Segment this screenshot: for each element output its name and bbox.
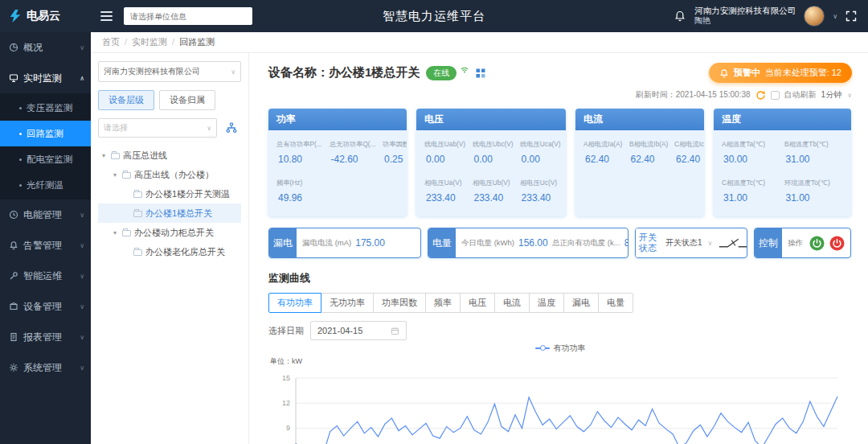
- tree-node-label: 高压总进线: [123, 150, 167, 162]
- sub-item-label: 回路监测: [27, 128, 63, 140]
- tree-search-select[interactable]: 请选择 ∨: [98, 118, 217, 138]
- sidebar-item-report-mgmt[interactable]: 报表管理 ∨: [0, 322, 91, 352]
- breadcrumb-current: 回路监测: [179, 36, 215, 48]
- unit-search[interactable]: [124, 7, 252, 25]
- metric: 频率(Hz)49.96: [276, 178, 326, 204]
- voltage-card: 电压 线电压Uab(V)0.00 线电压Ubc(V)0.00 线电压Uca(V)…: [416, 109, 566, 216]
- sidebar-item-system-mgmt[interactable]: 系统管理 ∨: [0, 352, 91, 383]
- avatar[interactable]: [804, 6, 825, 27]
- tree-node[interactable]: ▾ 办公楼1楼分开关测温: [98, 184, 241, 204]
- mini-card-title: 漏电: [269, 228, 297, 257]
- bell-icon: [8, 240, 18, 251]
- svg-text:15: 15: [282, 374, 290, 382]
- card-title: 温度: [714, 109, 851, 130]
- chevron-down-icon: ∨: [80, 212, 84, 219]
- tab-power-factor[interactable]: 功率因数: [373, 293, 426, 313]
- metric: 线电压Uab(V)0.00: [424, 139, 469, 165]
- chevron-down-icon: ∨: [207, 125, 211, 132]
- tree-expand-icon[interactable]: ▾: [100, 152, 108, 159]
- tab-device-hierarchy[interactable]: 设备层级: [98, 90, 154, 110]
- tree-node-label: 办公楼动力柜总开关: [134, 227, 214, 239]
- unit-search-input[interactable]: [130, 12, 246, 21]
- metric-cards: 功率 总有功功率P(...10.80 总无功功率Q(...-42.60 功率因数…: [268, 109, 852, 216]
- tab-device-ownership[interactable]: 设备归属: [159, 90, 215, 110]
- org-select[interactable]: 河南力安测控科技有限公司 ∨: [98, 61, 241, 82]
- alert-banner-button[interactable]: 预警中 当前未处理预警: 12: [709, 63, 852, 83]
- date-picker[interactable]: 2021-04-15: [310, 321, 407, 340]
- folder-icon: [133, 191, 142, 198]
- chevron-down-icon: ∨: [708, 240, 713, 247]
- metric: 环境温度To(℃)31.00: [784, 178, 844, 204]
- tree-expand-icon[interactable]: ▾: [111, 171, 119, 179]
- org-chart-icon[interactable]: [222, 118, 241, 138]
- logo[interactable]: 电易云: [0, 9, 91, 23]
- sidebar-item-energy-mgmt[interactable]: 电能管理 ∨: [0, 199, 91, 230]
- device-tree: ▾ 高压总进线 ▾ 高压出线（办公楼） ▾ 办公楼1楼分开关测温: [98, 146, 241, 261]
- tab-reactive-power[interactable]: 无功功率: [321, 293, 374, 313]
- tab-leakage[interactable]: 漏电: [563, 293, 599, 313]
- tree-search-placeholder: 请选择: [104, 122, 203, 134]
- open-switch-button[interactable]: [829, 236, 845, 251]
- sidebar-item-realtime[interactable]: 实时监测 ∧: [0, 63, 91, 93]
- logo-icon: [8, 9, 23, 23]
- breadcrumb-realtime[interactable]: 实时监测: [132, 36, 174, 48]
- chevron-down-icon: ∨: [80, 273, 84, 280]
- chart-legend[interactable]: 有功功率: [268, 342, 852, 355]
- tab-temperature[interactable]: 温度: [529, 293, 564, 313]
- auto-refresh-checkbox[interactable]: [771, 91, 780, 100]
- tree-node[interactable]: ▾ 高压出线（办公楼）: [98, 165, 241, 184]
- metric: B相温度Tb(℃)31.00: [784, 139, 844, 165]
- bullet-icon: [19, 184, 22, 187]
- tree-node[interactable]: ▾ 高压总进线: [98, 146, 241, 165]
- sidebar-item-smart-ops[interactable]: 智能运维 ∨: [0, 261, 91, 291]
- dashboard-icon: [8, 43, 18, 53]
- tree-node-selected[interactable]: ▾ 办公楼1楼总开关: [98, 204, 241, 223]
- alert-status: 预警中: [734, 67, 760, 79]
- fullscreen-icon[interactable]: [845, 10, 857, 22]
- chevron-down-icon: ∨: [231, 68, 235, 76]
- org-select-value: 河南力安测控科技有限公司: [104, 66, 227, 77]
- sidebar-item-distribution-room[interactable]: 配电室监测: [0, 146, 91, 172]
- folder-icon: [133, 211, 142, 217]
- account-chevron-down-icon[interactable]: ∨: [833, 13, 837, 20]
- close-switch-button[interactable]: [809, 236, 825, 251]
- tree-node-label: 办公楼1楼总开关: [145, 208, 212, 220]
- switch-status-select[interactable]: 开关状态1 ∨: [665, 237, 712, 249]
- sidebar-item-alarm-mgmt[interactable]: 告警管理 ∨: [0, 230, 91, 261]
- refresh-icon[interactable]: [755, 90, 766, 101]
- metric: 线电压Ubc(V)0.00: [473, 139, 517, 165]
- tree-expand-icon[interactable]: ▾: [111, 229, 119, 236]
- refresh-interval-select[interactable]: 1分钟 ∨: [821, 89, 852, 101]
- sidebar-item-label: 系统管理: [23, 361, 62, 375]
- menu-toggle-icon[interactable]: [100, 9, 113, 23]
- tab-voltage[interactable]: 电压: [460, 293, 495, 313]
- mini-card-title: 电量: [428, 228, 456, 257]
- tree-node[interactable]: ▾ 办公楼老化房总开关: [98, 242, 241, 261]
- leak-label: 漏电电流 (mA): [302, 238, 351, 249]
- tab-current[interactable]: 电流: [494, 293, 530, 313]
- sidebar-item-overview[interactable]: 概况 ∨: [0, 32, 91, 63]
- alert-bell-icon: [719, 68, 729, 78]
- signal-icon: [460, 64, 469, 74]
- legend-label: 有功功率: [554, 343, 586, 354]
- sidebar-item-circuit-monitor[interactable]: 回路监测: [0, 121, 91, 146]
- axis-unit-label: 单位：kW: [270, 356, 852, 367]
- tree-node-label: 办公楼老化房总开关: [145, 246, 225, 258]
- sidebar-item-transformer-monitor[interactable]: 变压器监测: [0, 95, 91, 121]
- tab-active-power[interactable]: 有功功率: [268, 293, 321, 313]
- tab-energy[interactable]: 电量: [598, 293, 633, 313]
- switch-symbol-icon: [718, 236, 747, 250]
- sidebar-item-fiber-temp[interactable]: 光纤测温: [0, 172, 91, 198]
- breadcrumb-home[interactable]: 首页: [102, 36, 127, 48]
- user-name: 陶艳: [694, 16, 796, 27]
- card-title: 电流: [575, 109, 704, 130]
- date-picker-label: 选择日期: [268, 325, 304, 337]
- grid-view-icon[interactable]: [476, 68, 485, 78]
- breadcrumb: 首页 实时监测 回路监测: [91, 32, 868, 53]
- sidebar-item-device-mgmt[interactable]: 设备管理 ∨: [0, 291, 91, 322]
- alert-count-text: 当前未处理预警: 12: [765, 67, 841, 79]
- device-name-value: 办公楼1楼总开关: [329, 65, 420, 79]
- tree-node[interactable]: ▾ 办公楼动力柜总开关: [98, 223, 241, 242]
- tab-frequency[interactable]: 频率: [425, 293, 461, 313]
- notification-bell-icon[interactable]: [674, 10, 686, 23]
